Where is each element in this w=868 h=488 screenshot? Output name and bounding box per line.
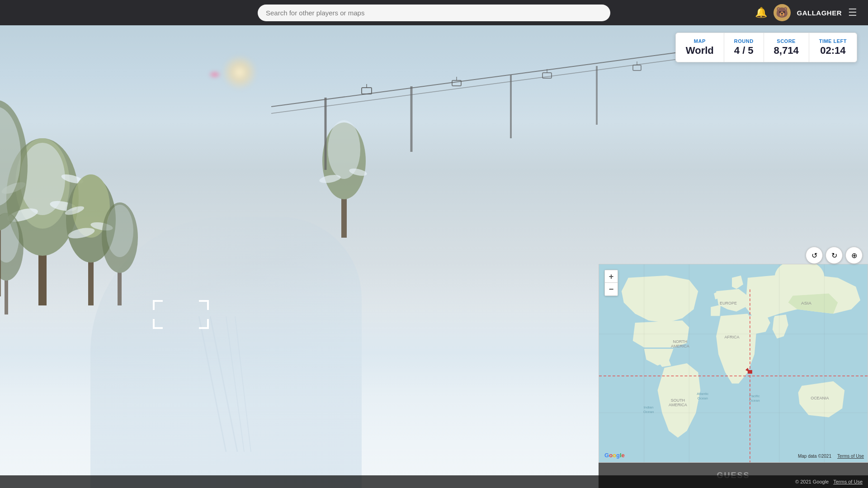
hud-round: ROUND 4 / 5 — [724, 33, 764, 62]
bell-icon[interactable]: 🔔 — [755, 7, 767, 19]
svg-text:AMERICA: AMERICA — [669, 403, 687, 407]
map-container[interactable]: NORTH AMERICA SOUTH AMERICA AFRICA EUROP… — [599, 264, 868, 463]
map-controls: ↺ ↻ ⊕ — [806, 247, 863, 264]
topbar-right: 🔔 🐻 GALLAGHER ☰ — [755, 4, 858, 21]
map-data-text: Map data ©2021 — [798, 454, 831, 459]
rotate-right-icon: ↻ — [831, 251, 837, 260]
svg-text:Indian: Indian — [644, 405, 654, 409]
svg-point-19 — [106, 205, 133, 257]
google-branding: Google — [604, 452, 625, 459]
avatar: 🐻 — [774, 4, 791, 21]
svg-text:AFRICA: AFRICA — [725, 335, 740, 339]
svg-text:ASIA: ASIA — [801, 300, 811, 305]
username: GALLAGHER — [797, 9, 842, 17]
zoom-out-button[interactable]: − — [605, 283, 618, 296]
map-terms-link[interactable]: Terms of Use — [837, 454, 864, 459]
svg-line-29 — [271, 59, 678, 113]
hud-map-label: MAP — [686, 38, 714, 44]
reset-icon: ⊕ — [851, 251, 857, 260]
hud-score-label: SCORE — [774, 38, 799, 44]
svg-text:SOUTH: SOUTH — [671, 398, 685, 403]
svg-text:Ocean: Ocean — [749, 399, 760, 403]
google-g: G — [604, 452, 609, 459]
copyright-text: © 2021 Google — [795, 479, 829, 484]
ski-lift — [271, 25, 678, 206]
svg-rect-40 — [633, 65, 641, 70]
svg-line-45 — [235, 316, 251, 452]
hud-time-value: 02:14 — [819, 45, 847, 56]
zoom-controls: + − — [604, 270, 618, 296]
svg-line-42 — [199, 316, 226, 452]
svg-rect-14 — [5, 278, 8, 314]
fullscreen-indicator[interactable] — [149, 296, 212, 334]
google-o1: o — [609, 452, 613, 459]
svg-rect-17 — [118, 269, 122, 305]
svg-rect-8 — [88, 260, 94, 305]
svg-line-28 — [271, 52, 678, 107]
svg-text:Ocean: Ocean — [643, 410, 654, 414]
google-g2: g — [616, 452, 620, 459]
avatar-face: 🐻 — [776, 7, 788, 19]
hud-map-value: World — [686, 45, 714, 56]
ski-tracks — [136, 316, 316, 452]
hud-time-label: TIME LEFT — [819, 38, 847, 44]
topbar: 🔔 🐻 GALLAGHER ☰ — [0, 0, 868, 25]
svg-text:Pacific: Pacific — [749, 394, 760, 398]
zoom-in-button[interactable]: + — [605, 270, 618, 283]
svg-rect-20 — [0, 229, 1, 296]
hud-map: MAP World — [676, 33, 724, 62]
svg-rect-62 — [748, 370, 752, 374]
reset-button[interactable]: ⊕ — [845, 247, 863, 264]
svg-rect-0 — [38, 251, 47, 305]
svg-text:Ocean: Ocean — [697, 396, 708, 400]
svg-text:AMERICA: AMERICA — [671, 344, 689, 348]
svg-text:OCEANIA: OCEANIA — [811, 396, 829, 400]
world-map: NORTH AMERICA SOUTH AMERICA AFRICA EUROP… — [599, 264, 868, 462]
svg-text:NORTH: NORTH — [673, 339, 688, 344]
search-input[interactable] — [258, 5, 610, 21]
google-o2: o — [613, 452, 616, 459]
hamburger-icon[interactable]: ☰ — [848, 7, 857, 19]
hud-score: SCORE 8,714 — [764, 33, 809, 62]
google-e: e — [622, 452, 625, 459]
bottom-bar: © 2021 Google Terms of Use — [0, 475, 868, 488]
hud-panel: MAP World ROUND 4 / 5 SCORE 8,714 TIME L… — [675, 33, 857, 62]
svg-line-44 — [226, 316, 244, 452]
svg-line-43 — [210, 316, 237, 452]
svg-text:Atlantic: Atlantic — [697, 392, 708, 396]
svg-text:EUROPE: EUROPE — [720, 301, 737, 305]
hud-time: TIME LEFT 02:14 — [809, 33, 857, 62]
rotate-left-button[interactable]: ↺ — [806, 247, 823, 264]
hud-score-value: 8,714 — [774, 45, 799, 56]
hud-round-value: 4 / 5 — [734, 45, 754, 56]
terms-of-use-link[interactable]: Terms of Use — [833, 479, 863, 484]
rotate-right-button[interactable]: ↻ — [826, 247, 843, 264]
search-wrapper — [258, 5, 610, 21]
hud-round-label: ROUND — [734, 38, 754, 44]
rotate-left-icon: ↺ — [811, 251, 817, 260]
